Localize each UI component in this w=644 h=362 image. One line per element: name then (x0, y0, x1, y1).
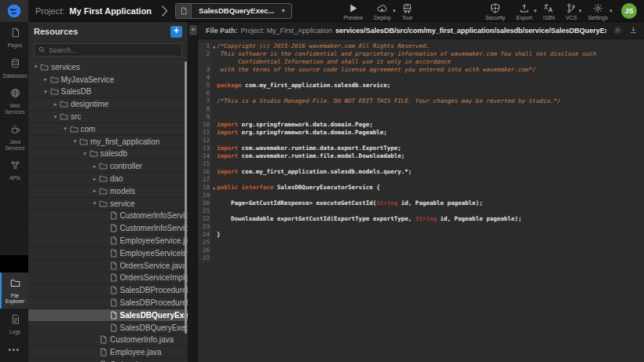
code-area[interactable]: 1▼/*Copyright (c) 2015-2016 wavemaker.co… (198, 39, 644, 362)
code-line[interactable]: 10import org.springframework.data.domain… (198, 121, 644, 129)
tree-item-label: SalesDBProcedureExecutorServiceImpl.java (120, 298, 188, 307)
code-line[interactable]: 4 (198, 74, 644, 82)
settings-button[interactable]: ▼Settings (588, 3, 608, 20)
tree-item[interactable]: ▸MyJavaService (28, 74, 188, 86)
code-line[interactable]: 21 (198, 207, 644, 215)
tree-item[interactable]: ▾service (28, 198, 188, 210)
tree-item[interactable]: ▸dao (28, 173, 188, 185)
code-line[interactable]: 17 (198, 176, 644, 184)
tree-item[interactable]: EmployeeService.java (28, 235, 188, 247)
tree-item[interactable]: SalesDBQueryExecutorServiceImpl.java (28, 322, 188, 335)
collapse-panel-button[interactable]: « (189, 25, 197, 35)
tree-item[interactable]: ▾services (28, 61, 188, 74)
fold-caret-icon[interactable]: ▼ (213, 43, 215, 51)
tree-expanded-arrow-icon[interactable]: ▾ (61, 126, 70, 132)
tree-item[interactable]: CustomerInfoService.java (28, 210, 188, 223)
code-line[interactable]: 18▼public interface SalesDBQueryExecutor… (198, 184, 644, 192)
tree-expanded-arrow-icon[interactable]: ▾ (42, 89, 50, 95)
tree-item[interactable]: CustomerInfo.java (28, 335, 188, 347)
gear-icon[interactable] (613, 26, 622, 35)
sidebar-item-databases[interactable]: Databases (0, 53, 28, 83)
export-button[interactable]: ▼Export (516, 3, 532, 20)
resource-search (34, 43, 182, 57)
tree-item[interactable]: Employee.java (28, 346, 188, 359)
open-file-dropdown[interactable]: SalesDBQueryExec... ▼ (175, 3, 292, 19)
fold-caret-icon[interactable]: ▼ (213, 185, 215, 192)
wavemaker-logo[interactable] (0, 0, 28, 22)
tree-item[interactable]: SalesDBProcedureExecutorServiceImpl.java (28, 297, 188, 309)
code-line[interactable]: 3 with the terms of the source code lice… (198, 66, 644, 74)
security-button[interactable]: Security (485, 3, 505, 20)
add-resource-button[interactable]: + (170, 26, 182, 38)
tree-collapsed-arrow-icon[interactable]: ▸ (90, 188, 99, 194)
tour-button[interactable]: Tour (402, 3, 413, 20)
code-line[interactable]: 20 Page<GetCustIdResponse> executeGetCus… (198, 199, 644, 207)
tree-expanded-arrow-icon[interactable]: ▾ (90, 200, 99, 207)
tree-item[interactable]: ▾my_first_application (28, 136, 188, 148)
tree-collapsed-arrow-icon[interactable]: ▸ (90, 176, 99, 182)
code-line[interactable]: 15 (198, 160, 644, 168)
tree-item[interactable]: EmployeeServiceImpl.java (28, 247, 188, 260)
tree-item[interactable]: ▾src (28, 111, 188, 123)
code-line[interactable]: Confidential Information and shall use i… (198, 58, 644, 66)
code-line[interactable]: 22 Downloadable exportGetCustId(ExportTy… (198, 215, 644, 223)
tree-item[interactable]: CustomerInfoServiceImpl.java (28, 222, 188, 235)
user-avatar[interactable]: JS (621, 3, 637, 19)
download-icon[interactable] (629, 26, 638, 35)
sidebar-item-file-explorer[interactable]: FileExplorer (0, 272, 28, 309)
file-icon (109, 236, 120, 245)
tree-item-label: EmployeeServiceImpl.java (120, 249, 188, 258)
sidebar-item-web-services[interactable]: WebServices (0, 82, 28, 119)
code-line[interactable]: 6 (198, 90, 644, 97)
code-line[interactable]: 9 (198, 113, 644, 121)
search-input[interactable] (49, 46, 177, 54)
folder-icon (70, 125, 81, 133)
tree-collapsed-arrow-icon[interactable]: ▸ (42, 76, 50, 82)
sidebar-item-apis[interactable]: APIs (0, 155, 28, 185)
code-line[interactable]: 8 (198, 105, 644, 113)
tree-collapsed-arrow-icon[interactable]: ▸ (90, 163, 99, 170)
sidebar-item-logs[interactable]: Logs (0, 309, 28, 339)
tree-item[interactable]: ▸models (28, 185, 188, 198)
vcs-button[interactable]: ▼VCS (565, 3, 576, 20)
tree-item[interactable]: SalesDBProcedureExecutorService.java (28, 284, 188, 297)
code-line[interactable]: 2 This software is the confidential and … (198, 50, 644, 58)
i18n-button[interactable]: I18N (543, 3, 555, 20)
tree-expanded-arrow-icon[interactable]: ▾ (81, 151, 90, 157)
code-line[interactable]: 1▼/*Copyright (c) 2015-2016 wavemaker.co… (198, 42, 644, 50)
code-line[interactable]: 13import com.wavemaker.runtime.data.expo… (198, 144, 644, 152)
tree-item[interactable]: OrdersService.java (28, 260, 188, 272)
code-line[interactable]: 24} (198, 231, 644, 239)
more-options-button[interactable]: ••• (0, 338, 28, 362)
code-line[interactable]: 23 (198, 223, 644, 231)
code-line[interactable]: 27 (198, 254, 644, 262)
file-icon (176, 4, 192, 18)
code-line[interactable]: 11import org.springframework.data.domain… (198, 129, 644, 137)
code-line[interactable]: 5package com.my_first_application.salesd… (198, 82, 644, 90)
code-line[interactable]: 19 (198, 192, 644, 199)
code-line[interactable]: 14import com.wavemaker.runtime.file.mode… (198, 152, 644, 160)
tree-item[interactable]: OrdersServiceImpl.java (28, 272, 188, 285)
tree-item[interactable]: ▾salesdb (28, 148, 188, 161)
tree-expanded-arrow-icon[interactable]: ▾ (51, 114, 60, 120)
code-line[interactable]: 26 (198, 247, 644, 254)
code-text: Downloadable exportGetCustId(ExportType … (211, 215, 521, 223)
tree-scrollbar-thumb[interactable] (185, 61, 187, 334)
code-line[interactable]: 12 (198, 137, 644, 144)
tree-item[interactable]: ▸designtime (28, 98, 188, 111)
tree-item[interactable]: Orders.java (28, 359, 188, 362)
tree-collapsed-arrow-icon[interactable]: ▸ (51, 101, 60, 108)
code-line[interactable]: 16import com.my_first_application.salesd… (198, 168, 644, 176)
tree-expanded-arrow-icon[interactable]: ▾ (71, 138, 79, 144)
code-line[interactable]: 25 (198, 239, 644, 247)
tree-item[interactable]: ▾SalesDB (28, 86, 188, 99)
preview-button[interactable]: Preview (343, 3, 363, 20)
deploy-button[interactable]: ▼Deploy (374, 3, 391, 20)
tree-item[interactable]: ▸controller (28, 160, 188, 173)
tree-item[interactable]: ▾com (28, 123, 188, 136)
sidebar-item-java-services[interactable]: JavaServices (0, 119, 28, 155)
tree-item[interactable]: SalesDBQueryExecutorService.java (28, 309, 188, 322)
code-line[interactable]: 7/*This is a Studio Managed File. DO NOT… (198, 97, 644, 105)
tree-expanded-arrow-icon[interactable]: ▾ (31, 64, 40, 70)
sidebar-item-pages[interactable]: Pages (0, 22, 28, 53)
